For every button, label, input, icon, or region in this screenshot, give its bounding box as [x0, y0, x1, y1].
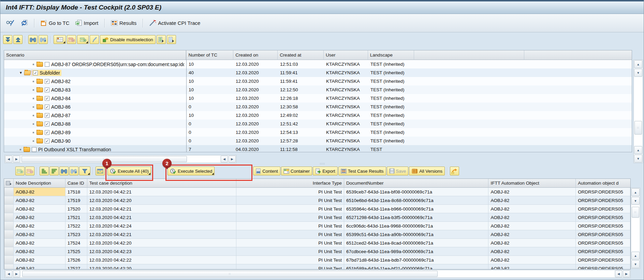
created-on-cell[interactable]: 12.03.2020 [234, 94, 278, 103]
find-button[interactable] [28, 35, 38, 44]
created-at-cell[interactable]: 11:12:58 [278, 145, 324, 152]
test-case-description-cell[interactable]: 12.03.2020 04:42:21 [87, 213, 237, 222]
landscape-cell[interactable]: TEST (Inherited) [368, 120, 414, 128]
scenario-label[interactable]: AOBJ-86 [51, 104, 71, 110]
scenario-checkbox[interactable] [45, 62, 49, 67]
tree-expander-icon[interactable]: ▼ [19, 71, 23, 75]
scroll-up-button[interactable]: ▲ [631, 188, 640, 196]
scroll-left-button[interactable]: ◀ [5, 156, 12, 162]
automation-object-description-cell[interactable]: ORDRSP.ORDERS05 [576, 247, 630, 256]
node-description-cell[interactable]: AOBJ-82 [14, 247, 65, 256]
tree-row[interactable]: ∗✓AOBJ-831012.03.202012:12:50KTARCZYNSKA… [4, 85, 632, 94]
expand-all-button[interactable] [3, 35, 12, 44]
created-on-cell[interactable]: 12.03.2020 [234, 137, 278, 145]
scenario-label[interactable]: AOBJ-87 [51, 113, 71, 118]
execute-all-button[interactable]: Execute All (40) [107, 167, 151, 175]
iftt-automation-object-cell[interactable]: AOBJ-82 [488, 256, 576, 264]
user-cell[interactable]: KTARCZYNSKA [324, 145, 368, 152]
document-number-cell[interactable]: 65271298-643d-11ea-b3f5-00000069c71a [344, 213, 489, 222]
interface-type-cell[interactable]: PI Unit Test [236, 205, 344, 213]
document-number-cell[interactable]: 6535964c-643d-11ea-b966-00000069c71a [344, 205, 489, 213]
scroll-right-button[interactable]: ▶ [13, 156, 20, 162]
refresh-button[interactable] [19, 18, 29, 28]
tree-row[interactable]: ∗✓AOBJ-90012.03.202012:57:28KTARCZYNSKAT… [4, 137, 632, 145]
column-header-document-number[interactable]: DocumentNumber [344, 179, 489, 188]
column-header-created-at[interactable]: Created at [278, 50, 324, 60]
import-button[interactable]: Import [74, 19, 100, 27]
find-next-button[interactable] [69, 167, 78, 175]
test-case-description-cell[interactable]: 12.03.2020 04:42:23 [87, 247, 237, 256]
document-number-cell[interactable]: 6cc906dc-643d-11ea-9968-00000069c71a [344, 222, 489, 230]
scenario-checkbox[interactable]: ✓ [45, 88, 49, 92]
user-cell[interactable]: KTARCZYNSKA [324, 111, 368, 120]
scenario-checkbox[interactable]: ✓ [45, 96, 49, 101]
redo-button[interactable] [450, 167, 459, 175]
document-number-cell[interactable]: 651b589a-643d-11ea-bf21-00000069c71a [344, 264, 489, 269]
column-header-user[interactable]: User [324, 50, 368, 60]
number-of-tc-cell[interactable]: 0 [187, 103, 234, 111]
number-of-tc-cell[interactable]: 0 [187, 137, 234, 145]
iftt-automation-object-cell[interactable]: AOBJ-82 [488, 188, 576, 196]
automation-object-description-cell[interactable]: ORDRSP.ORDERS05 [576, 205, 630, 213]
node-description-cell[interactable]: AOBJ-82 [14, 188, 65, 196]
tree-vertical-scrollbar[interactable]: ▲ ▼ ∷ ▲ ▼ [633, 60, 643, 163]
created-on-cell[interactable]: 12.03.2020 [234, 128, 278, 137]
export-doc-button[interactable] [167, 35, 176, 44]
case-id-cell[interactable]: 17525 [65, 247, 87, 256]
scroll-right-button[interactable]: ▶ [623, 270, 630, 277]
created-at-cell[interactable]: 12:54:13 [278, 128, 324, 137]
collapse-all-button[interactable] [13, 35, 23, 44]
user-cell[interactable]: KTARCZYNSKA [324, 77, 368, 85]
landscape-cell[interactable]: TEST (Inherited) [368, 94, 414, 103]
number-of-tc-cell[interactable]: 10 [187, 60, 234, 68]
save-button[interactable]: Save [387, 167, 409, 175]
scroll-track[interactable]: ∷ [21, 270, 614, 277]
column-header-created-on[interactable]: Created on [233, 50, 278, 60]
scenario-checkbox[interactable]: ✓ [45, 79, 49, 84]
landscape-cell[interactable]: TEST (Inherited) [368, 68, 414, 77]
row-selector[interactable] [4, 247, 14, 256]
row-selector[interactable] [4, 239, 14, 247]
created-at-cell[interactable]: 11:59:41 [278, 77, 324, 85]
container-button[interactable]: ? Container [281, 167, 312, 175]
node-description-cell[interactable]: AOBJ-82 [14, 222, 65, 230]
created-on-cell[interactable]: 12.03.2020 [234, 120, 278, 128]
column-header-automation-object-description[interactable]: Automation object d [576, 179, 630, 188]
row-selector[interactable] [4, 264, 14, 269]
user-cell[interactable]: KTARCZYNSKA [324, 94, 368, 103]
column-header-case-id[interactable]: Case ID [65, 179, 87, 188]
test-case-description-cell[interactable]: 12.03.2020 04:42:20 [87, 196, 237, 205]
scroll-thumb[interactable]: ∷ [634, 121, 642, 135]
document-number-cell[interactable]: 67cdbcee-643d-11ea-989a-00000069c71a [344, 247, 489, 256]
scroll-left-button[interactable]: ◀ [5, 270, 12, 277]
test-case-description-cell[interactable]: 12.03.2020 04:42:22 [87, 256, 237, 264]
scenario-label[interactable]: AOBJ-87 ORDRSP.ORDERS05|urn:sap-com:docu… [51, 62, 184, 67]
created-on-cell[interactable]: 12.03.2020 [234, 103, 278, 111]
scroll-up-button[interactable]: ▲ [634, 146, 642, 154]
iftt-automation-object-cell[interactable]: AOBJ-82 [488, 247, 576, 256]
goto-tc-button[interactable]: Go to TC [39, 19, 71, 27]
interface-type-cell[interactable]: PI Unit Test [236, 188, 344, 196]
scroll-thumb[interactable]: ∷ [632, 207, 639, 218]
scenario-label[interactable]: AOBJ-90 [51, 138, 71, 144]
pane-splitter[interactable]: ∷∷ [309, 162, 336, 166]
all-versions-button[interactable]: All Versions [409, 167, 445, 175]
execute-selected-button[interactable]: Execute Selected [167, 167, 215, 175]
scenario-checkbox[interactable]: ✓ [45, 122, 49, 126]
tree-row[interactable]: ∗✓AOBJ-821012.03.202011:59:41KTARCZYNSKA… [4, 77, 632, 85]
created-at-cell[interactable]: 12:26:18 [278, 94, 324, 103]
created-on-cell[interactable]: 12.03.2020 [234, 60, 278, 68]
node-description-cell[interactable]: AOBJ-82 [14, 205, 65, 213]
user-cell[interactable]: KTARCZYNSKA [324, 120, 368, 128]
case-row[interactable]: AOBJ-821752312.03.2020 04:42:21PI Unit T… [4, 230, 630, 239]
find-button[interactable] [59, 167, 69, 175]
case-id-cell[interactable]: 17523 [65, 230, 87, 239]
results-button[interactable]: Results [109, 19, 138, 27]
iftt-automation-object-cell[interactable]: AOBJ-82 [488, 213, 576, 222]
number-of-tc-cell[interactable]: 40 [187, 68, 234, 77]
landscape-cell[interactable]: TEST (Inherited) [368, 128, 414, 137]
node-description-cell[interactable]: AOBJ-82 [14, 264, 65, 269]
scroll-down-button[interactable]: ▼ [631, 260, 640, 268]
document-number-cell[interactable]: 6539ceb7-643d-11ea-bf08-00000069c71a [344, 188, 489, 196]
created-at-cell[interactable]: 12:30:58 [278, 103, 324, 111]
